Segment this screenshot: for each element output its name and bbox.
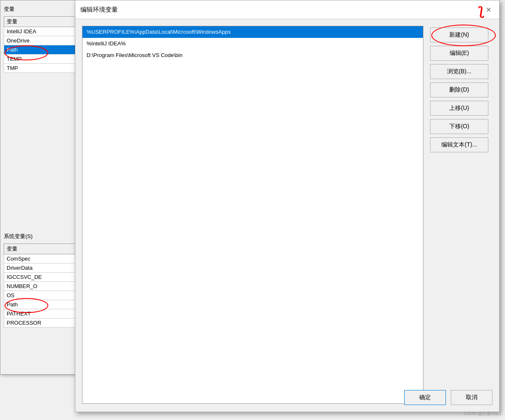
move-down-button[interactable]: 下移(O) <box>430 119 488 134</box>
move-up-button[interactable]: 上移(U) <box>430 101 488 116</box>
dialog-title: 编辑环境变量 <box>80 6 118 14</box>
delete-button[interactable]: 删除(D) <box>430 82 488 97</box>
dialog-body: %USERPROFILE%\AppData\Local\Microsoft\Wi… <box>75 19 499 410</box>
path-list-item[interactable]: %IntelliJ IDEA% <box>82 38 423 50</box>
dialog-action-buttons: 新建(N) 编辑(E) 浏览(B)... 删除(D) 上移(U) 下移(O) 编… <box>430 26 493 404</box>
browse-button[interactable]: 浏览(B)... <box>430 64 488 79</box>
new-button[interactable]: 新建(N) <box>430 27 488 42</box>
path-list-item[interactable]: %USERPROFILE%\AppData\Local\Microsoft\Wi… <box>82 26 423 38</box>
cancel-button[interactable]: 取消 <box>451 390 493 405</box>
close-button[interactable]: ✕ <box>483 4 494 15</box>
path-list-item[interactable]: D:\Program Files\Microsoft VS Code\bin <box>82 50 423 61</box>
watermark: CSDN @幻影2021 <box>463 410 502 417</box>
path-list[interactable]: %USERPROFILE%\AppData\Local\Microsoft\Wi… <box>82 26 423 404</box>
edit-env-dialog: 编辑环境变量 ✕ %USERPROFILE%\AppData\Local\Mic… <box>75 0 500 412</box>
ok-button[interactable]: 确定 <box>404 390 446 405</box>
edit-text-button[interactable]: 编辑文本(T)... <box>430 137 488 152</box>
dialog-titlebar: 编辑环境变量 ✕ <box>75 0 499 19</box>
edit-button[interactable]: 编辑(E) <box>430 46 488 61</box>
dialog-footer: 确定 取消 <box>404 390 493 405</box>
